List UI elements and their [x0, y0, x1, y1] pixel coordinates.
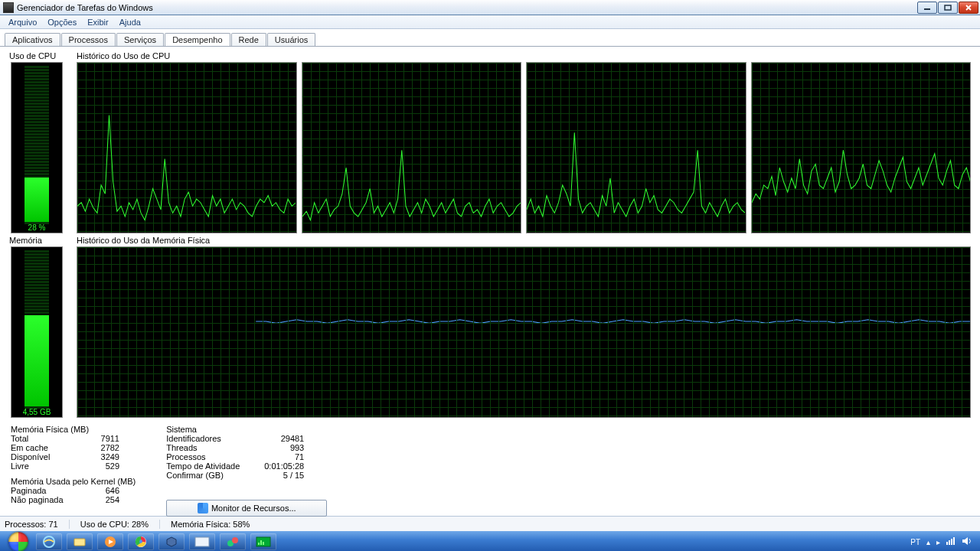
taskbar-media-player-icon[interactable] — [97, 533, 123, 550]
tray-flag-icon[interactable]: ▸ — [936, 538, 940, 546]
app-icon — [3, 2, 14, 13]
status-cpu: Uso de CPU: 28% — [70, 520, 160, 529]
system-tray: PT ▴ ▸ — [906, 536, 977, 547]
resource-monitor-label: Monitor de Recursos... — [211, 504, 296, 513]
paged-value: 646 — [106, 486, 119, 495]
taskbar-ie-icon[interactable] — [36, 533, 62, 550]
minimize-button[interactable] — [917, 2, 937, 14]
window-title: Gerenciador de Tarefas do Windows — [17, 3, 916, 12]
status-memory: Memória Física: 58% — [160, 520, 260, 529]
tray-language[interactable]: PT — [910, 538, 920, 546]
menu-opcoes[interactable]: Opções — [42, 18, 82, 27]
resource-monitor-button[interactable]: Monitor de Recursos... — [166, 500, 327, 517]
svg-rect-7 — [195, 537, 209, 546]
status-processes: Processos: 71 — [5, 520, 70, 529]
procs-label: Processos — [166, 452, 205, 461]
phys-mem-header: Memória Física (MB) — [11, 425, 136, 434]
tab-processos[interactable]: Processos — [61, 33, 116, 46]
procs-value: 71 — [295, 452, 304, 461]
menubar: Arquivo Opções Exibir Ajuda — [0, 15, 980, 29]
cpu-usage-label: Uso de CPU — [9, 51, 77, 60]
cpu-history-label: Histórico do Uso de CPU — [77, 51, 971, 60]
performance-panel: Uso de CPU 28 % Histórico do Uso de CPU … — [0, 46, 980, 516]
taskbar-app-icon-2[interactable] — [220, 533, 246, 550]
tab-servicos[interactable]: Serviços — [116, 33, 164, 46]
tab-desempenho[interactable]: Desempenho — [165, 33, 230, 47]
cpu-core-1-graph — [302, 62, 522, 233]
svg-rect-13 — [263, 542, 264, 545]
memory-meter-value: 4,55 GB — [11, 408, 62, 416]
taskbar-task-manager-icon[interactable] — [250, 533, 276, 550]
svg-point-9 — [232, 537, 238, 543]
free-label: Livre — [11, 461, 29, 471]
threads-label: Threads — [166, 443, 197, 452]
stats-section: Memória Física (MB) Total7911 Em cache27… — [9, 425, 971, 517]
uptime-value: 0:01:05:28 — [264, 461, 304, 471]
tray-network-icon[interactable] — [946, 537, 956, 546]
phys-mem-block: Memória Física (MB) Total7911 Em cache27… — [11, 425, 136, 517]
cpu-meter: 28 % — [11, 62, 63, 233]
window-controls — [916, 2, 978, 14]
taskbar-explorer-icon[interactable] — [67, 533, 93, 550]
menu-exibir[interactable]: Exibir — [82, 18, 114, 27]
maximize-button[interactable] — [938, 2, 958, 14]
nonpaged-value: 254 — [106, 495, 119, 504]
cache-value: 2782 — [101, 443, 119, 452]
taskbar-virtualbox-icon[interactable] — [158, 533, 185, 550]
threads-value: 993 — [290, 443, 304, 452]
uptime-label: Tempo de Atividade — [166, 461, 240, 471]
cpu-history-graphs — [77, 62, 971, 233]
svg-rect-12 — [260, 540, 262, 545]
memory-meter: 4,55 GB — [11, 246, 63, 418]
cache-label: Em cache — [11, 443, 48, 452]
taskbar-app-icon-1[interactable] — [189, 533, 215, 550]
commit-value: 5 / 15 — [283, 471, 305, 480]
close-button[interactable] — [959, 2, 978, 14]
system-header: Sistema — [166, 425, 327, 434]
free-value: 529 — [106, 461, 119, 471]
handles-label: Identificadores — [166, 434, 221, 443]
mem-history-label: Histórico do Uso da Memória Física — [77, 236, 971, 245]
kernel-mem-header: Memória Usada pelo Kernel (MB) — [11, 477, 136, 486]
start-button[interactable] — [3, 531, 34, 551]
tab-usuarios[interactable]: Usuários — [267, 33, 315, 46]
svg-rect-1 — [945, 5, 951, 10]
taskbar-chrome-icon[interactable] — [128, 533, 154, 550]
paged-label: Paginada — [11, 486, 47, 495]
svg-rect-0 — [924, 8, 930, 10]
tray-volume-icon[interactable] — [962, 536, 972, 547]
taskbar: PT ▴ ▸ — [0, 531, 980, 551]
cpu-core-0-graph — [77, 62, 297, 233]
memory-label: Memória — [9, 236, 77, 245]
cpu-core-2-graph — [526, 62, 746, 233]
tab-strip: Aplicativos Processos Serviços Desempenh… — [0, 29, 980, 46]
avail-label: Disponível — [11, 452, 50, 461]
commit-label: Confirmar (GB) — [166, 471, 224, 480]
nonpaged-label: Não paginada — [11, 495, 64, 504]
svg-rect-3 — [74, 539, 85, 546]
window-titlebar: Gerenciador de Tarefas do Windows — [0, 0, 980, 15]
windows-logo-icon — [8, 532, 28, 551]
svg-rect-11 — [258, 543, 260, 545]
resource-monitor-icon — [198, 503, 208, 514]
avail-value: 3249 — [101, 452, 119, 461]
tab-aplicativos[interactable]: Aplicativos — [5, 33, 60, 46]
memory-history-graph — [77, 246, 971, 418]
system-block: Sistema Identificadores29481 Threads993 … — [166, 425, 327, 517]
handles-value: 29481 — [281, 434, 305, 443]
menu-ajuda[interactable]: Ajuda — [114, 18, 146, 27]
tray-chevron-icon[interactable]: ▴ — [926, 538, 930, 546]
total-value: 7911 — [101, 434, 119, 443]
cpu-meter-value: 28 % — [11, 223, 62, 232]
menu-arquivo[interactable]: Arquivo — [3, 18, 42, 27]
status-bar: Processos: 71 Uso de CPU: 28% Memória Fí… — [0, 516, 980, 531]
total-label: Total — [11, 434, 28, 443]
tab-rede[interactable]: Rede — [231, 33, 266, 46]
cpu-core-3-graph — [751, 62, 972, 233]
